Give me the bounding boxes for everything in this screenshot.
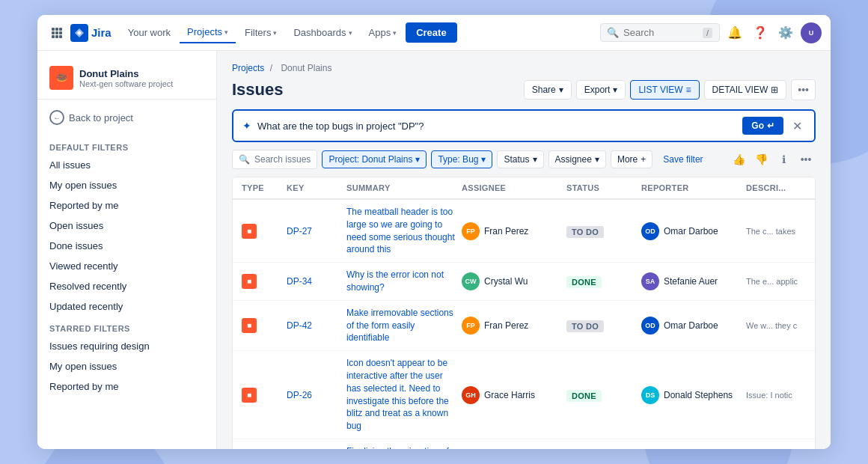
sidebar-item-viewed-recently[interactable]: Viewed recently <box>37 256 216 276</box>
sidebar-item-open-issues[interactable]: Open issues <box>37 216 216 236</box>
search-input[interactable] <box>623 27 698 38</box>
status-cell: TO DO <box>566 225 641 238</box>
nav-apps[interactable]: Apps ▾ <box>361 22 405 43</box>
detail-view-button[interactable]: DETAIL VIEW ⊞ <box>704 80 787 100</box>
issue-summary[interactable]: The meatball header is too large so we a… <box>346 206 462 256</box>
filter-search[interactable]: 🔍 Search issues <box>232 150 317 169</box>
back-to-project[interactable]: ← Back to project <box>37 106 216 129</box>
export-button[interactable]: Export ▾ <box>576 80 626 100</box>
svg-rect-3 <box>52 31 55 34</box>
col-descr: Descri... <box>746 183 806 192</box>
thumbs-down-icon[interactable]: 👎 <box>751 150 771 169</box>
svg-rect-7 <box>55 35 58 38</box>
status-filter-chip[interactable]: Status ▾ <box>497 150 543 168</box>
issue-key[interactable]: DP-27 <box>287 226 346 236</box>
svg-rect-8 <box>59 35 62 38</box>
sidebar-item-my-open-issues-starred[interactable]: My open issues <box>37 356 216 376</box>
issue-summary[interactable]: Why is the error icon not showing? <box>346 269 462 294</box>
back-icon: ← <box>49 110 64 125</box>
sidebar-project: 🍩 Donut Plains Next-gen software project <box>37 60 216 100</box>
nav-your-work[interactable]: Your work <box>120 22 178 43</box>
assignee-cell: GH Grace Harris <box>462 386 566 404</box>
type-filter-chip[interactable]: Type: Bug ▾ <box>431 150 492 168</box>
issue-type-cell <box>242 274 287 289</box>
reporter-cell: SA Stefanie Auer <box>641 272 746 290</box>
reporter-avatar: SA <box>641 272 659 290</box>
status-badge: DONE <box>566 276 602 288</box>
sidebar-item-my-open-issues[interactable]: My open issues <box>37 175 216 195</box>
table-row[interactable]: DP-42 Make irremovable sections of the f… <box>233 301 815 351</box>
dashboards-chevron-icon: ▾ <box>349 29 352 37</box>
assignee-filter-chip[interactable]: Assignee ▾ <box>548 150 606 168</box>
svg-rect-2 <box>59 28 62 31</box>
issue-key[interactable]: DP-42 <box>287 320 346 331</box>
breadcrumb: Projects / Donut Plains <box>232 63 816 73</box>
status-badge: DONE <box>566 390 602 402</box>
svg-rect-0 <box>52 28 55 31</box>
sidebar-item-issues-requiring-design[interactable]: Issues requiring design <box>37 336 216 356</box>
issue-summary[interactable]: Finalising the migration of *hgf* packag… <box>346 445 462 449</box>
create-button[interactable]: Create <box>406 22 456 43</box>
status-cell: DONE <box>566 388 641 402</box>
go-button[interactable]: Go ↵ <box>742 117 783 135</box>
issue-key[interactable]: DP-26 <box>287 390 346 400</box>
nav-projects[interactable]: Projects ▾ <box>180 22 236 43</box>
sidebar-item-reported-by-me[interactable]: Reported by me <box>37 195 216 216</box>
table-row[interactable]: DP-34 Why is the error icon not showing?… <box>233 263 815 301</box>
sidebar-item-done-issues[interactable]: Done issues <box>37 236 216 256</box>
issue-summary[interactable]: Icon doesn't appear to be interactive af… <box>346 357 462 433</box>
col-assignee: Assignee <box>462 183 566 192</box>
status-badge: TO DO <box>566 226 604 238</box>
ai-sparkle-icon: ✦ <box>242 120 251 132</box>
more-options-button[interactable]: ••• <box>791 79 816 100</box>
search-box[interactable]: 🔍 / <box>600 23 720 42</box>
issues-table: Type Key Summary Assignee Status Reporte… <box>232 177 816 449</box>
ai-search-input[interactable] <box>257 120 736 132</box>
sidebar-item-all-issues[interactable]: All issues <box>37 155 216 175</box>
grid-icon[interactable] <box>46 22 67 43</box>
table-row[interactable]: DP-27 The meatball header is too large s… <box>233 200 815 263</box>
issue-summary[interactable]: Make irremovable sections of the form ea… <box>346 307 462 344</box>
status-badge: TO DO <box>566 320 604 332</box>
notifications-icon[interactable]: 🔔 <box>724 22 745 43</box>
thumbs-up-icon[interactable]: 👍 <box>729 150 748 169</box>
table-row[interactable]: DP-26 Icon doesn't appear to be interact… <box>233 351 815 439</box>
search-kbd: / <box>703 28 712 38</box>
filter-bar: 🔍 Search issues Project: Donut Plains ▾ … <box>232 150 816 169</box>
svg-rect-6 <box>52 35 55 38</box>
ai-search-bar: ✦ Go ↵ ✕ <box>232 109 816 142</box>
help-icon[interactable]: ❓ <box>750 22 771 43</box>
assignee-filter-chevron-icon: ▾ <box>595 154 599 165</box>
reporter-name: Omar Darboe <box>664 320 718 331</box>
project-info: Donut Plains Next-gen software project <box>79 68 204 88</box>
nav-filters[interactable]: Filters ▾ <box>237 22 284 43</box>
project-icon: 🍩 <box>49 66 73 90</box>
issue-type-icon <box>242 388 257 403</box>
filter-actions: 👍 👎 ℹ ••• <box>729 150 816 169</box>
more-filters-chip[interactable]: More + <box>611 150 652 168</box>
col-key: Key <box>287 183 346 192</box>
close-ai-search-button[interactable]: ✕ <box>789 119 805 133</box>
save-filter-link[interactable]: Save filter <box>657 151 709 168</box>
sidebar-item-reported-by-me-starred[interactable]: Reported by me <box>37 376 216 397</box>
nav-right-area: 🔍 / 🔔 ❓ ⚙️ U <box>600 22 822 43</box>
list-view-button[interactable]: LIST VIEW ≡ <box>630 80 699 100</box>
nav-dashboards[interactable]: Dashboards ▾ <box>286 22 359 43</box>
filter-more-icon[interactable]: ••• <box>796 150 816 169</box>
user-avatar[interactable]: U <box>801 22 822 43</box>
issue-key[interactable]: DP-34 <box>287 276 346 287</box>
col-type: Type <box>242 183 287 192</box>
sidebar-item-resolved-recently[interactable]: Resolved recently <box>37 276 216 296</box>
project-filter-chip[interactable]: Project: Donut Plains ▾ <box>322 150 427 168</box>
breadcrumb-projects[interactable]: Projects <box>232 63 264 73</box>
reporter-cell: OD Omar Darboe <box>641 317 746 335</box>
share-button[interactable]: Share ▾ <box>524 80 572 100</box>
info-icon[interactable]: ℹ <box>774 150 793 169</box>
table-row[interactable]: DP-29 Finalising the migration of *hgf* … <box>233 439 815 449</box>
col-reporter: Reporter <box>641 183 746 192</box>
assignee-avatar: FP <box>462 317 480 335</box>
settings-icon[interactable]: ⚙️ <box>775 22 796 43</box>
jira-logo[interactable]: Jira <box>70 24 111 42</box>
assignee-avatar: CW <box>462 272 480 290</box>
sidebar-item-updated-recently[interactable]: Updated recently <box>37 296 216 317</box>
